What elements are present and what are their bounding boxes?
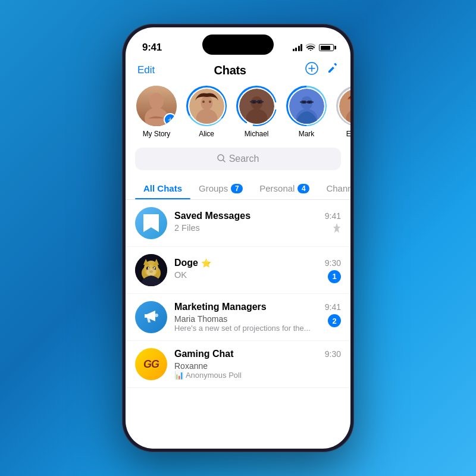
svg-point-9 bbox=[202, 101, 205, 103]
compose-icon[interactable] bbox=[327, 62, 339, 78]
chat-preview-gaming: 📊 Anonymous Poll bbox=[174, 371, 242, 380]
chat-info-marketing: Marketing Managers 9:41 Maria Thomas Her… bbox=[174, 302, 341, 333]
svg-rect-25 bbox=[307, 101, 312, 104]
chat-list: Saved Messages 9:41 2 Files bbox=[126, 200, 350, 388]
chat-time-doge: 9:30 bbox=[325, 258, 341, 268]
header-actions bbox=[305, 62, 339, 79]
groups-badge: 7 bbox=[231, 184, 243, 193]
search-placeholder: Search bbox=[229, 154, 259, 164]
chat-name-marketing: Marketing Managers bbox=[174, 302, 267, 312]
chat-info-doge: Doge ⭐ 9:30 OK 1 bbox=[174, 258, 341, 283]
stories-row: + My Story bbox=[126, 86, 350, 148]
personal-badge: 4 bbox=[298, 184, 309, 193]
story-name-mark: Mark bbox=[299, 130, 314, 138]
dynamic-island bbox=[202, 35, 274, 55]
chat-preview-marketing: Here's a new set of projections for the.… bbox=[174, 324, 311, 333]
chat-sender-gaming: Roxanne bbox=[174, 361, 242, 371]
app-header: Edit Chats bbox=[126, 60, 350, 86]
chat-item-doge[interactable]: Doge ⭐ 9:30 OK 1 bbox=[126, 247, 350, 294]
wifi-icon bbox=[306, 43, 315, 52]
search-bar[interactable]: Search bbox=[135, 148, 341, 170]
story-name-michael: Michael bbox=[245, 130, 269, 138]
svg-point-46 bbox=[155, 314, 158, 317]
chat-name-doge: Doge ⭐ bbox=[174, 258, 211, 268]
chat-item-gaming[interactable]: GG Gaming Chat 9:30 Roxanne 📊 Anonymous … bbox=[126, 341, 350, 388]
chat-avatar-gaming: GG bbox=[135, 348, 167, 380]
chat-avatar-marketing bbox=[135, 301, 167, 333]
chat-info-gaming: Gaming Chat 9:30 Roxanne 📊 Anonymous Pol… bbox=[174, 349, 341, 380]
svg-rect-24 bbox=[301, 101, 306, 104]
chat-avatar-doge bbox=[135, 254, 167, 286]
page-title: Chats bbox=[214, 64, 246, 77]
story-item-alice[interactable]: Alice bbox=[186, 86, 227, 138]
tab-all-chats[interactable]: All Chats bbox=[135, 178, 190, 199]
chat-name-saved: Saved Messages bbox=[174, 211, 250, 221]
svg-point-4 bbox=[149, 93, 164, 109]
edit-button[interactable]: Edit bbox=[137, 64, 155, 76]
unread-badge-marketing: 2 bbox=[328, 314, 341, 327]
chat-name-gaming: Gaming Chat bbox=[174, 349, 234, 359]
story-item-my-story[interactable]: + My Story bbox=[136, 86, 177, 138]
signal-icon bbox=[293, 44, 303, 51]
tab-channels[interactable]: Channels bbox=[318, 178, 350, 199]
chat-sender-marketing: Maria Thomas bbox=[174, 314, 311, 324]
star-icon-doge: ⭐ bbox=[201, 258, 211, 268]
story-item-michael[interactable]: Michael bbox=[236, 86, 277, 138]
svg-point-43 bbox=[148, 265, 155, 272]
svg-rect-17 bbox=[257, 100, 262, 104]
story-name-alice: Alice bbox=[199, 130, 214, 138]
svg-point-7 bbox=[201, 96, 212, 110]
story-name-emma: Emma bbox=[346, 130, 350, 138]
battery-icon bbox=[319, 44, 334, 51]
tab-groups[interactable]: Groups 7 bbox=[190, 178, 251, 199]
tab-personal[interactable]: Personal 4 bbox=[251, 178, 318, 199]
story-item-mark[interactable]: Mark bbox=[286, 86, 327, 138]
chat-item-saved-messages[interactable]: Saved Messages 9:41 2 Files bbox=[126, 200, 350, 247]
chat-time-marketing: 9:41 bbox=[325, 302, 341, 312]
search-icon bbox=[217, 154, 226, 164]
status-icons bbox=[293, 43, 334, 52]
chat-item-marketing[interactable]: Marketing Managers 9:41 Maria Thomas Her… bbox=[126, 294, 350, 341]
svg-rect-16 bbox=[251, 100, 256, 104]
add-chat-icon[interactable] bbox=[305, 62, 318, 79]
chat-preview-saved: 2 Files bbox=[174, 223, 328, 233]
chat-info-saved: Saved Messages 9:41 2 Files bbox=[174, 211, 341, 236]
chat-avatar-saved bbox=[135, 207, 167, 239]
add-story-badge: + bbox=[164, 113, 177, 126]
search-container: Search bbox=[126, 148, 350, 178]
phone-frame: 9:41 bbox=[122, 24, 354, 452]
story-name-my-story: My Story bbox=[143, 130, 171, 138]
gaming-logo: GG bbox=[143, 358, 159, 371]
phone-screen: 9:41 bbox=[126, 27, 350, 449]
chat-preview-doge: OK bbox=[174, 270, 323, 280]
chat-time-gaming: 9:30 bbox=[325, 349, 341, 359]
story-item-emma[interactable]: Emma bbox=[336, 86, 350, 138]
status-time: 9:41 bbox=[142, 42, 162, 54]
chat-time-saved: 9:41 bbox=[325, 211, 341, 221]
svg-point-10 bbox=[209, 101, 211, 103]
pin-icon-saved bbox=[333, 223, 341, 236]
filter-tabs: All Chats Groups 7 Personal 4 Channels B bbox=[126, 178, 350, 200]
unread-badge-doge: 1 bbox=[328, 270, 341, 283]
svg-line-33 bbox=[223, 160, 225, 162]
